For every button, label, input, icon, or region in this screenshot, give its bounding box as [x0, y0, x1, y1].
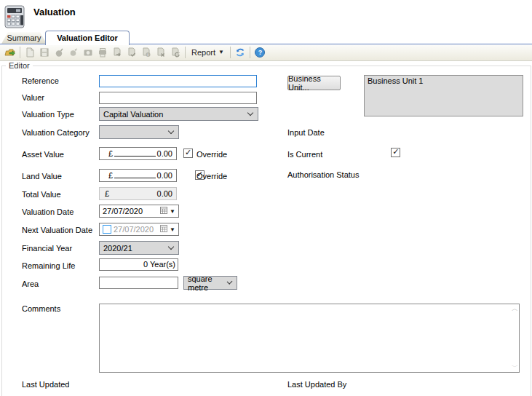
sparkle-icon[interactable] — [67, 47, 80, 58]
open-icon[interactable] — [4, 47, 17, 58]
valuation-date-value: 27/07/2020 — [103, 207, 158, 215]
doc-forward-icon[interactable] — [111, 47, 124, 58]
valuation-category-select[interactable] — [99, 125, 179, 139]
area-unit-select[interactable]: square metre — [183, 276, 237, 290]
comments-label: Comments — [22, 304, 60, 313]
reference-label: Reference — [22, 76, 59, 85]
is-current-label: Is Current — [287, 150, 322, 159]
valuation-type-value: Capital Valuation — [103, 110, 163, 119]
total-value-amount: 0.00 — [157, 189, 172, 198]
calendar-icon — [160, 207, 167, 215]
save-icon[interactable] — [38, 47, 51, 58]
dropdown-arrow-icon: ▼ — [170, 226, 175, 233]
doc-refresh-icon[interactable] — [169, 47, 182, 58]
scroll-up-icon[interactable]: ︿ — [512, 306, 518, 312]
next-valuation-date-picker[interactable]: 27/07/2020 ▼ — [99, 223, 179, 236]
calendar-icon — [160, 225, 167, 234]
doc-info-icon[interactable]: i — [140, 47, 153, 58]
toolbar-separator — [20, 47, 20, 58]
report-caret-icon: ▼ — [218, 50, 224, 55]
tab-summary[interactable]: Summary — [1, 32, 47, 44]
business-unit-button[interactable]: Business Unit... — [287, 76, 341, 90]
scroll-down-icon[interactable]: ﹀ — [512, 364, 518, 371]
land-override-label: Override — [196, 172, 227, 181]
svg-text:?: ? — [258, 49, 263, 56]
total-value-label: Total Value — [22, 190, 61, 199]
asset-value-label: Asset Value — [22, 150, 64, 159]
total-value-field: £ 0.00 — [99, 187, 177, 200]
area-label: Area — [22, 280, 39, 288]
valuation-category-label: Valuation Category — [22, 128, 90, 137]
tab-valuation-editor[interactable]: Valuation Editor — [45, 31, 130, 45]
currency-symbol: £ — [108, 149, 113, 158]
asset-override-checkbox[interactable] — [183, 148, 193, 158]
printer-icon[interactable] — [96, 47, 109, 58]
doc-check-icon[interactable] — [125, 47, 138, 58]
amount-underline — [114, 178, 155, 178]
comments-textarea[interactable] — [99, 304, 520, 373]
remaining-life-input[interactable]: 0 Year(s) — [99, 258, 178, 271]
amount-underline — [114, 156, 155, 157]
report-button-label: Report — [191, 48, 215, 57]
next-valuation-date-value: 27/07/2020 — [114, 225, 158, 234]
asset-override-label: Override — [196, 150, 227, 159]
new-document-icon[interactable] — [23, 47, 36, 58]
valuer-input[interactable] — [99, 92, 257, 104]
financial-year-value: 2020/21 — [103, 244, 132, 253]
land-value-input[interactable]: £ 0.00 — [99, 169, 177, 182]
report-button[interactable]: Report ▼ — [188, 46, 228, 59]
financial-year-label: Financial Year — [22, 244, 72, 253]
chevron-down-icon — [168, 128, 174, 134]
valuation-date-label: Valuation Date — [22, 207, 74, 216]
valuation-window: Valuation Summary Valuation Editor — [0, 0, 532, 396]
doc-delete-icon[interactable] — [154, 47, 167, 58]
camera-icon[interactable] — [82, 47, 95, 58]
chevron-down-icon — [168, 244, 174, 250]
business-unit-listbox[interactable]: Business Unit 1 — [364, 75, 523, 116]
tab-strip: Summary Valuation Editor — [0, 31, 532, 44]
authorisation-status-label: Authorisation Status — [287, 170, 359, 179]
asset-value-input[interactable]: £ 0.00 — [99, 147, 177, 160]
chevron-down-icon — [247, 110, 253, 116]
help-icon[interactable]: ? — [253, 47, 266, 58]
toolbar-separator — [250, 47, 250, 58]
remaining-life-value: 0 Year(s) — [143, 260, 175, 269]
currency-symbol: £ — [105, 189, 109, 198]
toolbar: i Report ▼ ? — [0, 44, 532, 61]
refresh-icon[interactable] — [234, 47, 247, 58]
last-updated-label: Last Updated — [22, 380, 69, 389]
valuation-type-label: Valuation Type — [22, 110, 74, 119]
svg-text:i: i — [148, 52, 148, 57]
next-valuation-date-label: Next Valuation Date — [22, 226, 92, 234]
currency-symbol: £ — [108, 171, 113, 180]
business-unit-value: Business Unit 1 — [368, 76, 423, 85]
toolbar-separator — [230, 47, 231, 58]
financial-year-select[interactable]: 2020/21 — [99, 241, 179, 255]
valuation-type-select[interactable]: Capital Valuation — [99, 107, 258, 121]
is-current-checkbox[interactable] — [391, 148, 400, 157]
dropdown-arrow-icon: ▼ — [170, 208, 175, 215]
area-unit-value: square metre — [188, 274, 228, 292]
land-value-amount: 0.00 — [157, 171, 172, 180]
valuer-label: Valuer — [22, 93, 44, 102]
last-updated-by-label: Last Updated By — [287, 380, 346, 389]
reference-input[interactable] — [99, 75, 257, 87]
next-valuation-date-checkbox[interactable] — [103, 225, 111, 234]
toolbar-separator — [185, 47, 186, 58]
valuation-date-picker[interactable]: 27/07/2020 ▼ — [99, 205, 179, 218]
editor-groupbox-label: Editor — [6, 61, 33, 70]
calculator-icon — [3, 4, 28, 31]
bomb-icon[interactable] — [52, 47, 65, 58]
input-date-label: Input Date — [287, 128, 325, 137]
area-input[interactable] — [99, 277, 178, 289]
page-title: Valuation — [33, 7, 76, 17]
asset-value-amount: 0.00 — [157, 149, 172, 158]
remaining-life-label: Remaining Life — [22, 261, 75, 270]
land-value-label: Land Value — [22, 172, 62, 181]
